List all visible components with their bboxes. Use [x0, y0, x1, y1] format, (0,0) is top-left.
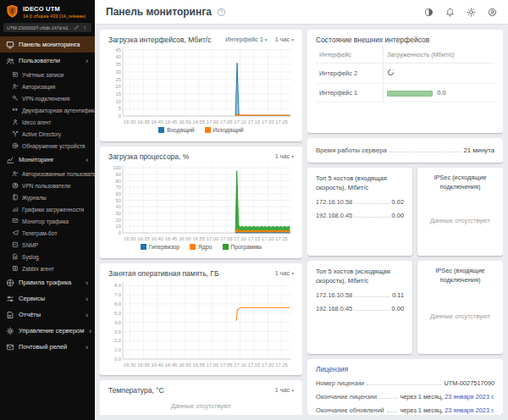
svg-text:10: 10 — [116, 99, 121, 104]
chart-legend: ВходящийИсходящий — [108, 127, 294, 133]
account-icon[interactable] — [488, 8, 497, 17]
svg-text:17:05: 17:05 — [220, 236, 233, 241]
interfaces-table: ИнтерфейсЗагруженность (Мбит/с)Интерфейс… — [316, 47, 494, 102]
sidebar-subitem-authorized-users[interactable]: Авторизованные пользователи — [0, 168, 95, 180]
header-icons — [424, 8, 497, 17]
sidebar-item-services[interactable]: Сервисы∨ — [0, 290, 95, 307]
sidebar-subitem-ideco-agent[interactable]: Ideco агент — [0, 116, 95, 128]
sidebar-item-mail-relay[interactable]: Почтовый релей∨ — [0, 339, 95, 355]
dotted-leader — [379, 398, 397, 399]
svg-text:60: 60 — [116, 191, 121, 196]
svg-text:30: 30 — [116, 211, 121, 216]
ipsec-incoming-card: IPSec (входящие подключения) Данные отсу… — [417, 261, 503, 354]
svg-text:17:25: 17:25 — [275, 236, 288, 241]
server-management-icon — [6, 327, 14, 335]
help-icon[interactable] — [217, 8, 226, 17]
svg-text:7.0: 7.0 — [114, 292, 121, 297]
sidebar-subitem-device-discovery[interactable]: Обнаружение устройств — [0, 140, 95, 152]
chevron-down-icon: ∨ — [86, 296, 89, 301]
sidebar-subitem-label: Обнаружение устройств — [22, 143, 85, 149]
sidebar-item-monitoring[interactable]: Мониторинг∧ — [0, 152, 95, 168]
chart-card-temperature: Температура, °C1 час▾Данные отсутствуют — [100, 380, 302, 415]
sidebar-subitem-label: VPN-подключения — [22, 96, 69, 102]
sidebar-item-server-management[interactable]: Управление сервером∨ — [0, 323, 95, 339]
collapse-sidebar-icon[interactable] — [82, 25, 88, 30]
sidebar-subitem-journals[interactable]: Журналы — [0, 191, 95, 203]
legend-swatch — [205, 127, 211, 133]
top-hosts-outgoing-card: Топ 5 хостов (исходящая скорость), Мбит/… — [307, 261, 412, 354]
chevron-up-icon: ∧ — [86, 58, 89, 64]
legend-item: Программы — [223, 244, 262, 250]
dotted-leader — [355, 310, 389, 311]
sidebar-subitem-snmp[interactable]: SNMP — [0, 239, 95, 251]
dotted-leader — [367, 384, 441, 385]
sidebar-subitem-two-factor-auth[interactable]: Двухфакторная аутентификация — [0, 104, 95, 116]
charts-column: Загрузка интерфейсов, Мбит/сИнтерфейс 1▾… — [100, 30, 302, 415]
interface-select[interactable]: Интерфейс 1▾ — [225, 36, 267, 43]
period-select[interactable]: 1 час▾ — [275, 386, 294, 394]
sidebar-item-label: Управление сервером — [19, 327, 84, 334]
host-ip: 192.168.0.45 — [316, 305, 352, 312]
brightness-icon[interactable] — [467, 8, 476, 17]
dotted-leader — [387, 412, 398, 412]
sidebar-subitem-vpn-users[interactable]: VPN пользователи — [0, 180, 95, 191]
sidebar-item-users[interactable]: Пользователи∧ — [0, 52, 95, 69]
interface-name-cell: Интерфейс 1 — [316, 84, 384, 102]
sidebar-subitem-accounts[interactable]: Учётные записи — [0, 69, 95, 80]
zabbix-agent-icon — [12, 265, 19, 272]
edit-device-id-icon[interactable] — [74, 25, 80, 30]
column-header: Загруженность (Мбит/с) — [384, 47, 494, 64]
notifications-bell-icon[interactable] — [445, 8, 455, 17]
svg-text:2.0: 2.0 — [114, 338, 121, 343]
legend-label: Гипервизор — [149, 244, 179, 250]
monitoring-icon — [6, 156, 14, 164]
brand-title: IDECO UTM — [23, 5, 86, 13]
sidebar-subitem-authorization[interactable]: Авторизация — [0, 80, 95, 92]
legend-label: Исходящий — [213, 127, 244, 133]
dotted-leader — [389, 152, 461, 152]
period-select[interactable]: 1 час▾ — [275, 36, 294, 43]
status-column: Состояние внешних интерфейсов ИнтерфейсЗ… — [307, 30, 503, 415]
sidebar-subitem-traffic-monitor[interactable]: Монитор трафика — [0, 215, 95, 227]
license-card: Лицензия Номер лицензииUTM-0027517090Око… — [307, 359, 503, 415]
sidebar-subitem-syslog[interactable]: Syslog — [0, 251, 95, 262]
license-value: UTM-0027517090 — [444, 379, 494, 387]
sidebar-subitem-active-directory[interactable]: Active Directory — [0, 128, 95, 140]
license-label: Окончание лицензии — [316, 393, 377, 401]
chart-card-cpu-load: Загрузка процессора, %1 час▾16:3016:3516… — [100, 146, 302, 258]
host-ip: 172.16.10.58 — [316, 291, 352, 299]
svg-text:16:45: 16:45 — [165, 119, 178, 124]
sidebar-item-reports[interactable]: Отчёты∨ — [0, 307, 95, 323]
theme-contrast-icon[interactable] — [424, 8, 433, 17]
chart-plot-cpu-load: 16:3016:3516:4016:4516:5016:5517:0017:05… — [108, 163, 294, 242]
syslog-icon — [12, 253, 19, 260]
license-rows: Номер лицензииUTM-0027517090Окончание ли… — [316, 379, 494, 414]
svg-text:17:20: 17:20 — [262, 236, 274, 241]
accounts-icon — [12, 71, 19, 78]
sidebar-item-traffic-rules[interactable]: Правила трафика∨ — [0, 274, 95, 290]
chart-title: Температура, °C — [108, 386, 164, 395]
sidebar-subitem-vpn-connections[interactable]: VPN-подключения — [0, 92, 95, 104]
svg-text:10: 10 — [116, 224, 121, 229]
svg-text:3.0: 3.0 — [114, 329, 121, 334]
dotted-leader — [355, 203, 389, 204]
svg-text:16:50: 16:50 — [179, 119, 191, 124]
traffic-monitor-icon — [12, 218, 19, 224]
sidebar-item-label: Отчёты — [19, 311, 41, 318]
svg-text:8.0: 8.0 — [114, 283, 121, 288]
sidebar-subitem-zabbix-agent[interactable]: Zabbix агент — [0, 262, 95, 274]
card-title: IPSec (исходящие подключения) — [426, 174, 494, 191]
sidebar-subitem-telegram-bot[interactable]: Телеграм-бот — [0, 227, 95, 239]
host-row: 192.168.0.450.00 — [316, 305, 404, 312]
period-select[interactable]: 1 час▾ — [275, 152, 294, 160]
device-id: UTM-23000007-c6db-147d-b2... — [7, 25, 71, 30]
svg-text:16:55: 16:55 — [192, 362, 205, 368]
svg-text:16:30: 16:30 — [124, 119, 136, 124]
legend-label: Программы — [231, 244, 262, 250]
period-select[interactable]: 1 час▾ — [275, 269, 294, 277]
sidebar-item-label: Пользователи — [19, 57, 60, 64]
sidebar-item-label: Мониторинг — [19, 156, 54, 163]
sidebar-item-dashboard[interactable]: Панель мониторинга — [0, 36, 95, 52]
load-bar — [387, 91, 433, 97]
sidebar-subitem-load-graphs[interactable]: Графики загруженности — [0, 203, 95, 215]
